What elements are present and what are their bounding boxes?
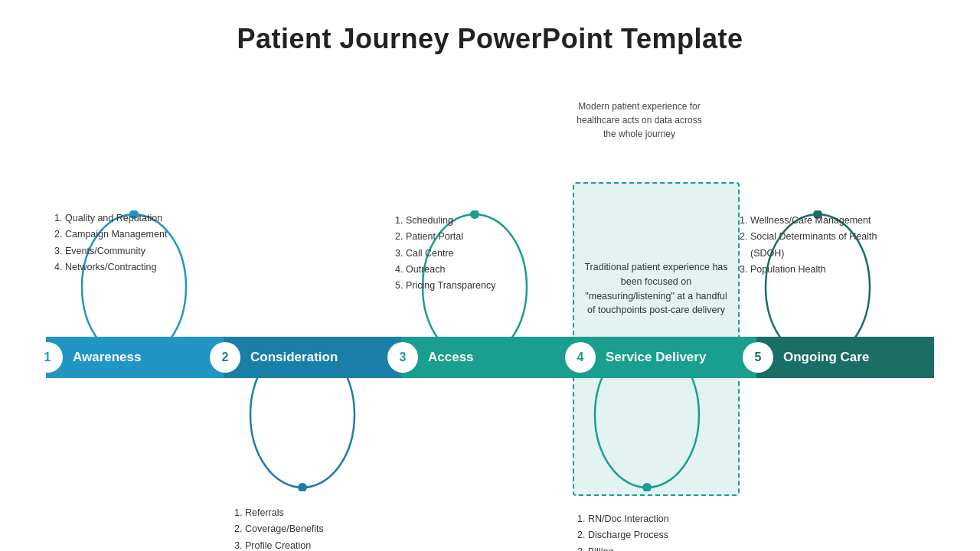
callout-text: Modern patient experience for healthcare… <box>577 101 701 139</box>
stage-awareness: 1 Awareness <box>46 337 224 378</box>
stage-num-5: 5 <box>743 342 773 373</box>
stage-num-1: 1 <box>32 342 63 373</box>
journey-container: Modern patient experience for healthcare… <box>0 92 980 551</box>
callout-box: Modern patient experience for healthcare… <box>570 99 708 141</box>
stage-ongoing-care: 5 Ongoing Care <box>756 337 934 378</box>
list-access: Scheduling Patient Portal Call Centre Ou… <box>390 213 495 294</box>
stage-num-2: 2 <box>210 342 240 373</box>
journey-bar: 1 Awareness 2 Consideration 3 Access 4 S… <box>46 337 934 378</box>
stage-label-2: Consideration <box>224 350 338 365</box>
stage-consideration: 2 Consideration <box>224 337 401 378</box>
page-title: Patient Journey PowerPoint Template <box>0 0 980 55</box>
stage-service-delivery: 4 Service Delivery <box>579 337 756 378</box>
svg-point-7 <box>642 483 652 491</box>
list-awareness: Quality and Reputation Campaign Manageme… <box>50 210 167 276</box>
stage-access: 3 Access <box>401 337 579 378</box>
svg-point-3 <box>298 483 307 491</box>
list-service-delivery: RN/Doc Interaction Discharge Process Bil… <box>573 511 669 551</box>
highlight-text: Traditional patient experience has been … <box>574 253 738 325</box>
list-ongoing-care: Wellness/Care Management Social Determin… <box>735 213 888 278</box>
stage-num-4: 4 <box>565 342 596 373</box>
stage-num-3: 3 <box>387 342 418 373</box>
stage-label-5: Ongoing Care <box>756 350 869 365</box>
stage-label-4: Service Delivery <box>579 350 706 365</box>
list-consideration: Referrals Coverage/Benefits Profile Crea… <box>230 505 324 551</box>
